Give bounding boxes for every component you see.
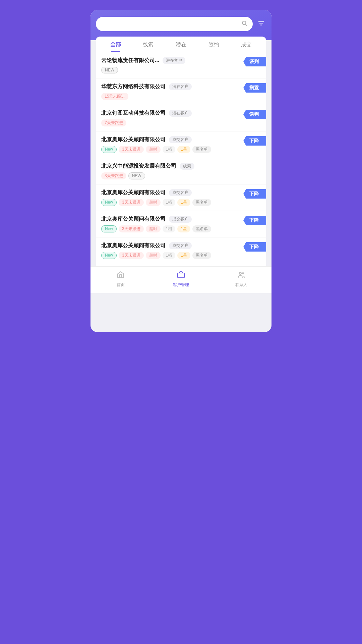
tags-row: 15天未跟进 (101, 93, 261, 100)
company-name: 北京兴中能源投资发展有限公司 (101, 163, 176, 170)
tag-overtime: 超时 (146, 146, 161, 153)
tag-star: 1星 (177, 199, 190, 206)
search-input[interactable] (101, 21, 239, 27)
nav-item-联系人[interactable]: 联系人 (211, 271, 272, 288)
customer-type-badge: 成交客户 (169, 189, 192, 196)
tag-blacklist: 黑名单 (192, 225, 211, 232)
list-item[interactable]: 北京奥库公关顾问有限公司成交客户下降New3天未跟进超时1档1星黑名单 (96, 184, 266, 211)
phone-container: 全部线索潜在签约成交 云途物流责任有限公司...潜在客户谈判NEW华慧东方网络科… (90, 10, 272, 332)
tag-star: 1星 (177, 225, 190, 232)
home-icon (117, 271, 125, 281)
customer-type-badge: 潜在客户 (163, 57, 185, 64)
company-name: 北京奥库公关顾问有限公司 (101, 136, 166, 143)
list-item[interactable]: 北京奥库公关顾问有限公司成交客户下降New3天未跟进超时1档1星黑名单 (96, 211, 266, 237)
tag-blacklist: 黑名单 (192, 146, 211, 153)
svg-point-7 (239, 272, 241, 274)
status-badge: 下降 (243, 216, 266, 225)
customer-type-badge: 成交客户 (169, 242, 192, 249)
customer-type-badge: 潜在客户 (169, 83, 192, 90)
tag-days: 3天未跟进 (101, 172, 126, 179)
tags-row: New3天未跟进超时1档1星黑名单 (101, 225, 261, 232)
svg-line-1 (245, 24, 247, 25)
nav-item-首页[interactable]: 首页 (90, 271, 151, 288)
tag-star: 1星 (177, 252, 190, 259)
customer-list: 云途物流责任有限公司...潜在客户谈判NEW华慧东方网络科技有限公司潜在客户搁置… (96, 52, 266, 266)
company-name: 北京奥库公关顾问有限公司 (101, 189, 166, 196)
tags-row: New3天未跟进超时1档1星黑名单 (101, 146, 261, 153)
tag-overtime: 超时 (146, 225, 161, 232)
tag-new: New (101, 252, 117, 259)
list-item[interactable]: 北京钉图互动科技有限公司潜在客户谈判7天未跟进 (96, 105, 266, 131)
svg-rect-5 (178, 273, 184, 278)
status-badge: 谈判 (243, 110, 266, 119)
svg-point-8 (242, 273, 244, 274)
tag-level: 1档 (163, 225, 176, 232)
status-badge: 搁置 (243, 83, 266, 93)
tag-new: New (101, 199, 117, 206)
tag-new-gray: NEW (128, 172, 145, 179)
tab-bar: 全部线索潜在签约成交 (96, 37, 266, 52)
tab-潜在[interactable]: 潜在 (165, 41, 197, 52)
tag-days: 15天未跟进 (101, 93, 128, 100)
status-badge: 下降 (243, 136, 266, 146)
status-badge: 下降 (243, 242, 266, 252)
list-item[interactable]: 北京奥库公关顾问有限公司成交客户下降New3天未跟进超时1档1星黑名单 (96, 237, 266, 264)
tags-row: New3天未跟进超时1档1星黑名单 (101, 199, 261, 206)
tag-overtime: 超时 (146, 199, 161, 206)
tag-new: New (101, 146, 117, 153)
nav-label-首页: 首页 (117, 282, 125, 288)
list-item[interactable]: 华慧东方网络科技有限公司潜在客户搁置15天未跟进 (96, 78, 266, 105)
tag-new-gray: NEW (101, 67, 118, 73)
tag-days: 3天未跟进 (119, 252, 144, 259)
tag-overtime: 超时 (146, 252, 161, 259)
content-area: 全部线索潜在签约成交 云途物流责任有限公司...潜在客户谈判NEW华慧东方网络科… (90, 10, 272, 266)
tab-全部[interactable]: 全部 (99, 41, 132, 52)
search-input-wrap (96, 17, 253, 31)
tag-days: 3天未跟进 (119, 146, 144, 153)
search-bar (96, 17, 266, 31)
customer-type-badge: 成交客户 (169, 216, 192, 223)
contacts-icon (237, 271, 245, 281)
company-name: 北京奥库公关顾问有限公司 (101, 242, 166, 249)
tab-成交[interactable]: 成交 (230, 41, 263, 52)
nav-label-联系人: 联系人 (235, 282, 247, 288)
tag-level: 1档 (163, 199, 176, 206)
company-name: 华慧东方网络科技有限公司 (101, 83, 166, 90)
nav-item-客户管理[interactable]: 客户管理 (151, 271, 211, 288)
tag-level: 1档 (163, 146, 176, 153)
briefcase-icon (177, 271, 185, 281)
tag-days: 3天未跟进 (119, 199, 144, 206)
status-badge: 下降 (243, 189, 266, 199)
tab-签约[interactable]: 签约 (197, 41, 230, 52)
tag-blacklist: 黑名单 (192, 252, 211, 259)
search-button[interactable] (241, 20, 247, 28)
status-badge: 谈判 (243, 57, 266, 66)
tag-new: New (101, 225, 117, 232)
list-item[interactable]: 北京奥库公关顾问有限公司成交客户下降New3天未跟进超时1档1星黑名单 (96, 131, 266, 158)
bottom-nav: 首页客户管理联系人 (90, 266, 272, 293)
list-item[interactable]: 云途物流责任有限公司...潜在客户谈判NEW (96, 52, 266, 78)
tag-days: 3天未跟进 (119, 225, 144, 232)
customer-type-badge: 成交客户 (169, 136, 192, 143)
tags-row: NEW (101, 67, 261, 73)
tab-线索[interactable]: 线索 (132, 41, 165, 52)
tags-row: 3天未跟进NEW (101, 172, 261, 179)
filter-button[interactable] (256, 18, 266, 30)
list-item[interactable]: 北京兴中能源投资发展有限公司线索3天未跟进NEW (96, 158, 266, 184)
tag-blacklist: 黑名单 (192, 199, 211, 206)
company-name: 云途物流责任有限公司... (101, 57, 159, 64)
tags-row: New3天未跟进超时1档1星黑名单 (101, 252, 261, 259)
nav-label-客户管理: 客户管理 (173, 282, 189, 288)
customer-type-badge: 线索 (180, 163, 194, 170)
tag-days: 7天未跟进 (101, 119, 126, 126)
tags-row: 7天未跟进 (101, 119, 261, 126)
company-name: 北京钉图互动科技有限公司 (101, 110, 166, 117)
company-name: 北京奥库公关顾问有限公司 (101, 216, 166, 223)
tag-level: 1档 (163, 252, 176, 259)
customer-type-badge: 潜在客户 (169, 110, 192, 117)
tag-star: 1星 (177, 146, 190, 153)
